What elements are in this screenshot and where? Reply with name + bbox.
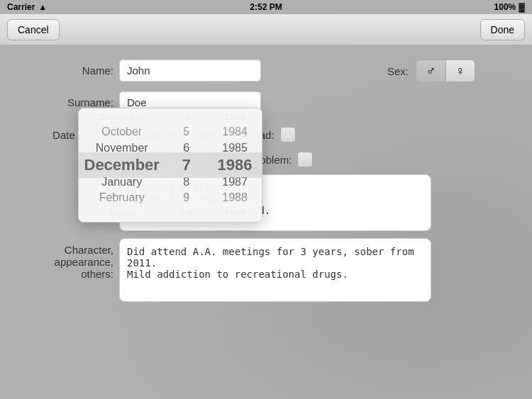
picker-month-col[interactable]: September October November December Janu…	[79, 108, 165, 222]
status-right: 100% ▓	[494, 2, 525, 12]
picker-day-item-2[interactable]: 6	[165, 140, 208, 156]
picker-year-item-0[interactable]: 1983	[208, 108, 262, 124]
picker-month-item-3[interactable]: December	[79, 156, 165, 174]
character-label: Character, appearance, others:	[28, 238, 113, 280]
picker-month-item-2[interactable]: November	[79, 140, 165, 156]
picker-month-item-4[interactable]: January	[79, 174, 165, 190]
status-bar: Carrier ▲ 2:52 PM 100% ▓	[0, 0, 532, 14]
male-icon: ♂	[426, 64, 436, 79]
name-label: Name:	[28, 64, 113, 77]
picker-day-item-1[interactable]: 5	[165, 124, 208, 140]
picker-day-item-4[interactable]: 8	[165, 174, 208, 190]
status-left: Carrier ▲	[7, 2, 47, 12]
sex-male-button[interactable]: ♂	[416, 60, 445, 82]
character-textarea[interactable]: Did attend A.A. meetings for 3 years, so…	[119, 238, 431, 302]
picker-month-item-6[interactable]: March	[79, 206, 165, 222]
picker-year-item-4[interactable]: 1987	[208, 174, 262, 190]
nav-bar: Cancel Done	[0, 14, 532, 45]
carrier-text: Carrier	[7, 2, 35, 12]
sex-label: Sex:	[387, 65, 409, 77]
picker-year-item-3[interactable]: 1986	[208, 156, 262, 174]
status-time: 2:52 PM	[250, 2, 282, 12]
mental-checkbox[interactable]	[297, 152, 313, 167]
battery-text: 100%	[494, 2, 516, 12]
surname-label: Surname:	[28, 96, 113, 108]
picker-year-col[interactable]: 1983 1984 1985 1986 1987 1988 1989	[208, 108, 262, 222]
date-picker[interactable]: September October November December Janu…	[78, 108, 262, 223]
picker-day-col[interactable]: 4 5 6 7 8 9 10	[165, 108, 208, 222]
picker-year-item-2[interactable]: 1985	[208, 140, 262, 156]
name-input[interactable]	[119, 60, 261, 82]
battery-icon: ▓	[519, 2, 525, 12]
picker-month-item-0[interactable]: September	[79, 108, 165, 124]
sex-group: Sex: ♂ ♀	[387, 60, 475, 82]
sex-female-button[interactable]: ♀	[445, 60, 475, 82]
picker-day-item-6[interactable]: 10	[165, 206, 208, 222]
wifi-icon: ▲	[38, 2, 47, 12]
picker-day-item-0[interactable]: 4	[165, 108, 208, 124]
female-icon: ♀	[455, 64, 465, 79]
cancel-button[interactable]: Cancel	[7, 19, 60, 40]
picker-month-item-1[interactable]: October	[79, 124, 165, 140]
done-button[interactable]: Done	[480, 19, 525, 40]
picker-year-item-5[interactable]: 1988	[208, 190, 262, 206]
picker-month-item-5[interactable]: February	[79, 190, 165, 206]
picker-year-item-6[interactable]: 1989	[208, 206, 262, 222]
picker-day-item-3[interactable]: 7	[165, 156, 208, 174]
picker-day-item-5[interactable]: 9	[165, 190, 208, 206]
picker-year-item-1[interactable]: 1984	[208, 124, 262, 140]
picker-columns: September October November December Janu…	[79, 108, 262, 222]
dead-checkbox[interactable]	[280, 127, 296, 142]
